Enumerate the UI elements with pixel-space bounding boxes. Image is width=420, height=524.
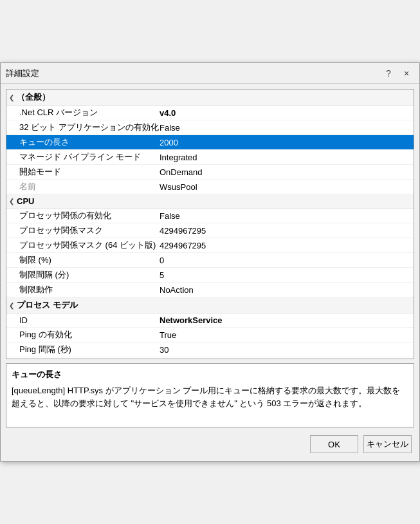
close-button[interactable]: × [399,66,414,81]
prop-value-processor_affinity_mask: 4294967295 [154,226,414,236]
prop-name-32bit: 32 ビット アプリケーションの有効化 [6,122,154,133]
property-row-32bit[interactable]: 32 ビット アプリケーションの有効化False [6,120,414,135]
property-row-processor_affinity_mask[interactable]: プロセッサ関係マスク4294967295 [6,223,414,238]
section-title: CPU [17,196,34,206]
button-row: OK キャンセル [6,431,414,456]
chevron-icon: ❮ [9,198,14,205]
prop-value-name: WsusPool [154,182,414,192]
prop-value-ping_enabled: True [154,330,414,340]
prop-value-processor_affinity_enabled: False [154,211,414,221]
prop-value-queue_length[interactable] [154,138,414,147]
description-panel: キューの長さ [queueLength] HTTP.sys がアプリケーション … [6,363,414,427]
prop-value-limit_action: NoAction [154,285,414,295]
property-row-net_clr[interactable]: .Net CLR バージョンv4.0 [6,106,414,120]
section-header-process_model[interactable]: ❮プロセス モデル [6,297,414,313]
prop-name-start_mode: 開始モード [6,166,154,178]
properties-panel[interactable]: ❮（全般）.Net CLR バージョンv4.032 ビット アプリケーションの有… [6,89,414,359]
prop-name-processor_affinity_mask64: プロセッサ関係マスク (64 ビット版) [6,239,154,251]
help-button[interactable]: ? [381,66,396,81]
cancel-button[interactable]: キャンセル [363,435,412,453]
prop-name-limit_action: 制限動作 [6,284,154,295]
prop-value-limit_interval: 5 [154,270,414,280]
property-row-queue_length[interactable]: キューの長さ [6,135,414,150]
property-row-ping_interval[interactable]: Ping 間隔 (秒)30 [6,342,414,357]
property-row-name[interactable]: 名前WsusPool [6,180,414,194]
dialog-title: 詳細設定 [6,68,39,79]
dialog-window: 詳細設定 ? × ❮（全般）.Net CLR バージョンv4.032 ビット ア… [0,62,420,462]
property-row-limit_action[interactable]: 制限動作NoAction [6,283,414,297]
prop-value-ping_interval: 30 [154,345,414,355]
prop-value-net_clr: v4.0 [154,108,414,118]
prop-name-pipeline_mode: マネージド パイプライン モード [6,151,154,163]
prop-name-name: 名前 [6,181,154,192]
prop-value-pipeline_mode: Integrated [154,153,414,162]
prop-input-queue_length[interactable] [160,138,414,147]
description-text: [queueLength] HTTP.sys がアプリケーション プール用にキュ… [12,384,408,409]
prop-name-processor_affinity_enabled: プロセッサ関係の有効化 [6,210,154,221]
prop-value-identity: NetworkService [154,315,414,325]
property-row-identity[interactable]: IDNetworkService [6,313,414,328]
prop-value-limit: 0 [154,256,414,265]
property-row-pipeline_mode[interactable]: マネージド パイプライン モードIntegrated [6,150,414,165]
property-row-limit[interactable]: 制限 (%)0 [6,253,414,268]
section-header-cpu[interactable]: ❮CPU [6,194,414,209]
prop-name-processor_affinity_mask: プロセッサ関係マスク [6,225,154,236]
prop-name-queue_length: キューの長さ [6,136,154,148]
prop-name-net_clr: .Net CLR バージョン [6,107,154,118]
property-row-processor_affinity_mask64[interactable]: プロセッサ関係マスク (64 ビット版)4294967295 [6,238,414,253]
chevron-icon: ❮ [9,94,14,101]
title-bar-buttons: ? × [381,66,414,81]
description-title: キューの長さ [12,369,408,380]
ok-button[interactable]: OK [310,435,358,453]
prop-name-ping_enabled: Ping の有効化 [6,329,154,341]
prop-name-limit_interval: 制限間隔 (分) [6,269,154,281]
dialog-content: ❮（全般）.Net CLR バージョンv4.032 ビット アプリケーションの有… [1,84,419,461]
prop-name-limit: 制限 (%) [6,254,154,266]
section-title: （全般） [17,91,50,103]
section-title: プロセス モデル [17,299,78,311]
property-row-processor_affinity_enabled[interactable]: プロセッサ関係の有効化False [6,209,414,223]
prop-value-processor_affinity_mask64: 4294967295 [154,241,414,250]
prop-name-ping_interval: Ping 間隔 (秒) [6,344,154,355]
section-header-general[interactable]: ❮（全般） [6,89,414,106]
property-row-limit_interval[interactable]: 制限間隔 (分)5 [6,268,414,283]
property-row-ping_max_response[interactable]: Ping 最大応答時間 (秒)90 [6,357,414,359]
prop-value-32bit: False [154,123,414,133]
prop-value-start_mode: OnDemand [154,167,414,177]
title-bar: 詳細設定 ? × [1,63,419,84]
property-row-start_mode[interactable]: 開始モードOnDemand [6,165,414,180]
prop-name-ping_max_response: Ping 最大応答時間 (秒) [6,359,154,359]
prop-name-identity: ID [6,315,154,325]
property-row-ping_enabled[interactable]: Ping の有効化True [6,328,414,342]
chevron-icon: ❮ [9,302,14,309]
